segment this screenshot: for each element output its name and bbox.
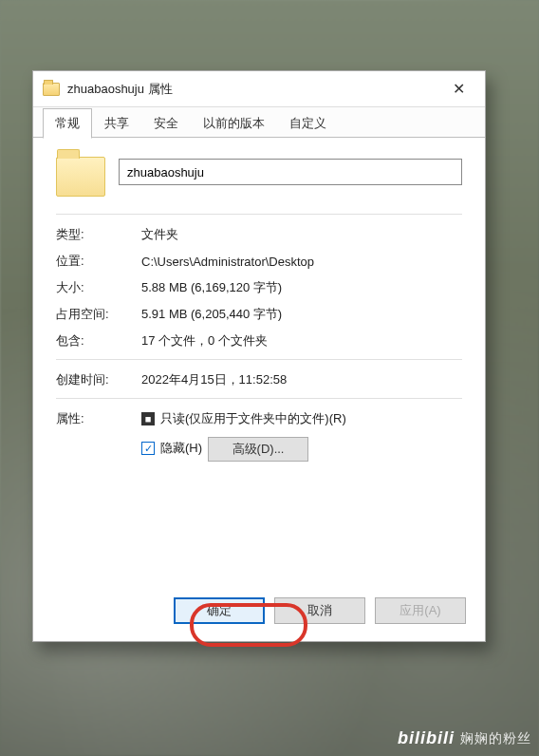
watermark: bilibili 娴娴的粉丝 bbox=[398, 728, 531, 748]
advanced-button[interactable]: 高级(D)... bbox=[208, 437, 308, 462]
type-label: 类型: bbox=[56, 226, 141, 243]
folder-large-icon bbox=[56, 157, 105, 197]
tab-general[interactable]: 常规 bbox=[43, 108, 92, 139]
contains-value: 17 个文件，0 个文件夹 bbox=[141, 332, 462, 350]
location-value: C:\Users\Administrator\Desktop bbox=[141, 255, 462, 269]
hidden-checkbox-row[interactable]: ✓ 隐藏(H) 高级(D)... bbox=[141, 435, 462, 462]
size-on-disk-label: 占用空间: bbox=[56, 306, 141, 323]
window-title: zhuabaoshuju 属性 bbox=[67, 81, 437, 98]
properties-dialog: zhuabaoshuju 属性 ✕ 常规 共享 安全 以前的版本 自定义 类型:… bbox=[32, 70, 486, 642]
tab-security[interactable]: 安全 bbox=[141, 108, 191, 139]
checkbox-indeterminate-icon: ■ bbox=[141, 412, 155, 425]
apply-button[interactable]: 应用(A) bbox=[375, 597, 466, 624]
tab-previous-versions[interactable]: 以前的版本 bbox=[191, 108, 277, 139]
type-value: 文件夹 bbox=[141, 226, 462, 243]
size-on-disk-value: 5.91 MB (6,205,440 字节) bbox=[141, 306, 462, 323]
folder-name-input[interactable] bbox=[119, 159, 462, 185]
tab-customize[interactable]: 自定义 bbox=[277, 108, 339, 139]
tabs: 常规 共享 安全 以前的版本 自定义 bbox=[33, 107, 485, 138]
close-icon: ✕ bbox=[453, 80, 465, 98]
created-label: 创建时间: bbox=[56, 371, 141, 388]
close-button[interactable]: ✕ bbox=[437, 75, 479, 104]
location-label: 位置: bbox=[56, 253, 141, 270]
size-value: 5.88 MB (6,169,120 字节) bbox=[141, 279, 462, 296]
titlebar[interactable]: zhuabaoshuju 属性 ✕ bbox=[33, 71, 485, 107]
hidden-checkbox-label: 隐藏(H) bbox=[160, 440, 202, 457]
created-value: 2022年4月15日，11:52:58 bbox=[141, 371, 462, 388]
size-label: 大小: bbox=[56, 279, 141, 296]
attributes-label: 属性: bbox=[56, 410, 141, 427]
ok-button[interactable]: 确定 bbox=[174, 597, 265, 624]
checkbox-checked-icon: ✓ bbox=[141, 442, 155, 455]
cancel-button[interactable]: 取消 bbox=[274, 597, 365, 624]
folder-icon bbox=[43, 83, 60, 96]
tab-content-general: 类型: 文件夹 位置: C:\Users\Administrator\Deskt… bbox=[33, 138, 485, 597]
contains-label: 包含: bbox=[56, 332, 141, 350]
bilibili-logo: bilibili bbox=[398, 728, 455, 748]
tab-sharing[interactable]: 共享 bbox=[92, 108, 141, 139]
dialog-button-bar: 确定 取消 应用(A) bbox=[33, 597, 485, 641]
watermark-text: 娴娴的粉丝 bbox=[460, 730, 531, 747]
readonly-checkbox-label: 只读(仅应用于文件夹中的文件)(R) bbox=[160, 410, 346, 427]
readonly-checkbox-row[interactable]: ■ 只读(仅应用于文件夹中的文件)(R) bbox=[141, 410, 462, 427]
